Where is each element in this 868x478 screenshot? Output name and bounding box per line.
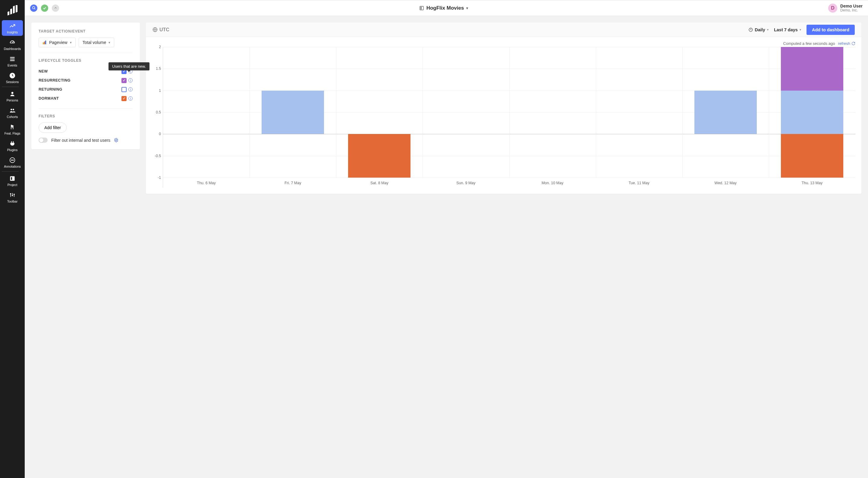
timezone-label: UTC: [159, 27, 169, 33]
svg-rect-7: [10, 59, 15, 60]
bar-new[interactable]: [781, 91, 843, 134]
sidebar-item-label: Insights: [7, 30, 18, 34]
bar-dormant[interactable]: [348, 134, 410, 178]
y-tick: 0.5: [156, 110, 161, 114]
svg-rect-1: [10, 8, 12, 14]
bar-dormant[interactable]: [781, 134, 843, 178]
event-select[interactable]: Pageview ▾: [38, 38, 76, 47]
info-icon[interactable]: i: [128, 96, 133, 101]
lifecycle-checkbox-returning[interactable]: [121, 87, 127, 92]
sidebar-item-project[interactable]: Project: [2, 173, 23, 189]
add-filter-button[interactable]: Add filter: [38, 123, 67, 133]
sidebar-item-featflags[interactable]: Feat. Flags: [2, 121, 23, 137]
x-tick: Fri. 7 May: [250, 179, 336, 187]
svg-rect-2: [13, 6, 15, 13]
lifecycle-row-returning: RETURNINGi: [38, 85, 133, 94]
avatar: D: [828, 4, 837, 13]
svg-rect-31: [43, 42, 44, 44]
lifecycle-checkbox-resurrecting[interactable]: [121, 78, 127, 83]
chevron-down-icon: ▾: [108, 41, 110, 44]
svg-rect-32: [44, 41, 45, 44]
sidebar-item-dashboards[interactable]: Dashboards: [2, 37, 23, 53]
svg-point-25: [13, 194, 15, 195]
svg-rect-6: [10, 57, 15, 58]
sidebar-item-cohorts[interactable]: Cohorts: [2, 105, 23, 121]
volume-select[interactable]: Total volume ▾: [79, 38, 115, 47]
chevron-down-icon: ▾: [466, 6, 468, 10]
x-tick: Wed. 12 May: [682, 179, 769, 187]
svg-rect-22: [10, 195, 11, 197]
x-tick: Sun. 9 May: [423, 179, 509, 187]
x-tick: Thu. 6 May: [163, 179, 250, 187]
svg-line-28: [34, 8, 35, 9]
svg-point-27: [32, 7, 35, 9]
chevron-down-icon: ▾: [767, 28, 769, 31]
section-target-title: TARGET ACTION/EVENT: [38, 29, 133, 33]
sidebar-item-plugins[interactable]: Plugins: [2, 138, 23, 153]
internal-users-toggle[interactable]: [38, 138, 48, 143]
featflags-icon: [9, 124, 16, 130]
interval-select[interactable]: Daily ▾: [749, 27, 769, 32]
y-tick: 1: [159, 89, 161, 93]
bar-new[interactable]: [261, 91, 324, 134]
svg-rect-20: [11, 177, 12, 180]
persons-icon: [9, 91, 16, 97]
tooltip-new: Users that are new.: [108, 62, 150, 70]
sidebar-item-events[interactable]: Events: [2, 53, 23, 69]
svg-point-11: [10, 109, 12, 110]
sidebar-item-label: Feat. Flags: [4, 132, 21, 135]
lifecycle-label: NEW: [38, 69, 48, 73]
events-icon: [9, 56, 16, 62]
sessions-icon: [9, 72, 16, 79]
y-tick: 0: [159, 132, 161, 136]
svg-rect-33: [45, 41, 46, 44]
check-icon[interactable]: [41, 4, 48, 12]
sidebar-item-label: Plugins: [7, 148, 18, 152]
project-name: HogFlix Movies: [427, 5, 464, 11]
gear-icon[interactable]: [114, 138, 119, 142]
bar-new[interactable]: [694, 91, 757, 134]
bar-resurrecting[interactable]: [781, 47, 843, 91]
y-tick: 2: [159, 45, 161, 49]
lifecycle-checkbox-dormant[interactable]: [121, 96, 127, 101]
x-tick: Mon. 10 May: [509, 179, 596, 187]
user-name: Demo User: [840, 4, 863, 8]
info-icon[interactable]: i: [128, 87, 133, 92]
svg-point-16: [11, 160, 12, 161]
daterange-select[interactable]: Last 7 days ▾: [774, 27, 801, 32]
sidebar-item-persons[interactable]: Persons: [2, 88, 23, 104]
timezone-indicator[interactable]: UTC: [153, 27, 169, 33]
project-switcher[interactable]: HogFlix Movies ▾: [63, 5, 825, 11]
section-lifecycle-title: LIFECYCLE TOGGLES: [38, 58, 133, 63]
x-tick: Sat. 8 May: [336, 179, 423, 187]
user-menu[interactable]: D Demo User Demo, Inc.: [828, 4, 863, 13]
refresh-icon: [851, 41, 855, 45]
refresh-label: refresh: [838, 41, 850, 46]
y-tick: 1.5: [156, 67, 161, 71]
svg-rect-8: [10, 60, 15, 61]
add-to-dashboard-button[interactable]: Add to dashboard: [807, 25, 855, 35]
section-filters-title: FILTERS: [38, 114, 133, 118]
interval-label: Daily: [755, 27, 765, 32]
chevron-up-icon[interactable]: [52, 4, 59, 12]
app-logo[interactable]: [5, 4, 19, 18]
sidebar-item-sessions[interactable]: Sessions: [2, 70, 23, 86]
config-panel: TARGET ACTION/EVENT Pageview ▾ Total vol…: [31, 23, 140, 149]
sidebar-item-insights[interactable]: Insights: [2, 20, 23, 36]
chevron-down-icon: ▾: [800, 28, 801, 31]
y-tick: -1: [158, 175, 161, 180]
svg-rect-19: [10, 176, 15, 181]
sidebar-item-label: Events: [7, 64, 17, 67]
refresh-link[interactable]: refresh: [838, 41, 855, 46]
search-icon[interactable]: [30, 4, 37, 12]
globe-icon: [153, 27, 158, 32]
svg-point-23: [12, 195, 13, 196]
info-icon[interactable]: i: [128, 78, 133, 82]
internal-users-toggle-label: Filter out internal and test users: [51, 138, 110, 143]
clock-icon: [749, 28, 753, 32]
chart-panel: UTC Daily ▾ Last 7 days ▾ Add to dashboa…: [146, 23, 861, 194]
sidebar-item-toolbar[interactable]: Toolbar: [2, 189, 23, 205]
event-select-label: Pageview: [49, 40, 67, 45]
lifecycle-label: RETURNING: [38, 87, 62, 92]
sidebar-item-annotations[interactable]: Annotations: [2, 155, 23, 170]
